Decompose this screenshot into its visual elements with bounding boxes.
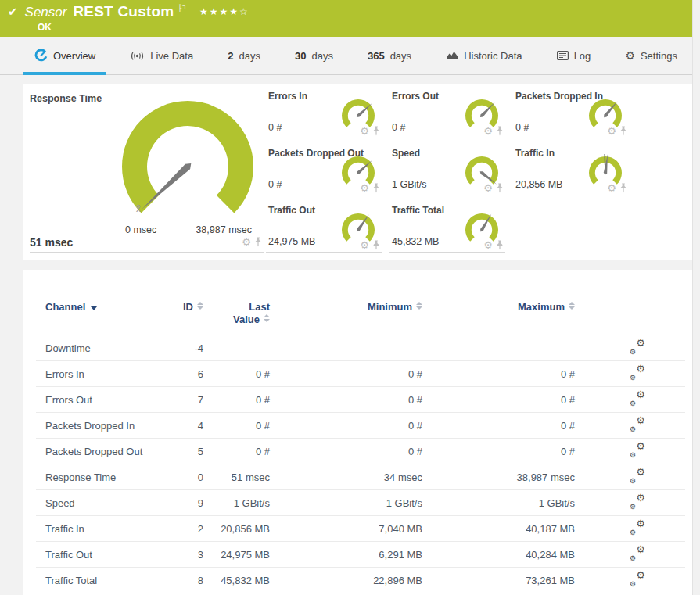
cell-last-value: 0 # [203, 446, 270, 457]
gauge-packets-dropped-out[interactable]: Packets Dropped Out 0 # ⚙ [266, 142, 382, 195]
cell-channel: Speed [23, 497, 168, 509]
gauge-settings-icon[interactable]: ⚙ [607, 183, 616, 193]
table-row[interactable]: Speed 9 1 GBit/s 1 GBit/s 1 GBit/s ⚙⚙ [23, 490, 693, 516]
gauge-current-value: 1 GBit/s [392, 179, 426, 190]
column-header-id[interactable]: ID [168, 301, 203, 326]
cell-last-value: 45,832 MB [203, 575, 270, 586]
cell-id: -4 [168, 342, 203, 354]
channel-settings-icon[interactable]: ⚙⚙ [630, 341, 645, 354]
tab-historic-data[interactable]: Historic Data [435, 37, 533, 74]
sensor-title: REST Custom [73, 3, 174, 20]
cell-maximum: 0 # [422, 368, 575, 380]
pin-icon[interactable] [496, 183, 504, 193]
cell-minimum: 0 # [270, 420, 422, 432]
cell-maximum: 0 # [422, 446, 575, 457]
cell-channel: Response Time [23, 471, 168, 483]
cell-minimum: 6,291 MB [270, 549, 422, 561]
cell-channel: Errors In [23, 368, 168, 380]
gauge-settings-icon[interactable]: ⚙ [242, 237, 251, 247]
channel-settings-icon[interactable]: ⚙⚙ [630, 470, 645, 483]
pin-icon[interactable] [496, 126, 504, 136]
cell-id: 9 [168, 497, 203, 509]
gauge-icon [34, 49, 48, 62]
cell-id: 2 [168, 523, 203, 535]
gauge-settings-icon[interactable]: ⚙ [360, 183, 369, 193]
channel-settings-icon[interactable]: ⚙⚙ [630, 444, 645, 457]
table-row[interactable]: Packets Dropped In 4 0 # 0 # 0 # ⚙⚙ [23, 413, 693, 439]
tab-30-days[interactable]: 30 days [284, 37, 344, 74]
gauge-current-value: 0 # [392, 122, 405, 133]
gauge-settings-icon[interactable]: ⚙ [360, 126, 369, 136]
pin-icon[interactable] [619, 183, 627, 193]
tab-overview[interactable]: Overview [23, 37, 106, 74]
channel-settings-icon[interactable]: ⚙⚙ [630, 522, 645, 535]
table-row[interactable]: Traffic Out 3 24,975 MB 6,291 MB 40,284 … [23, 542, 693, 568]
table-row[interactable]: Traffic Total 8 45,832 MB 22,896 MB 73,2… [23, 568, 693, 593]
vertical-scrollbar[interactable] [692, 0, 700, 595]
column-header-channel[interactable]: Channel [23, 301, 168, 326]
gauge-settings-icon[interactable]: ⚙ [360, 240, 369, 250]
table-row[interactable]: Traffic In 2 20,856 MB 7,040 MB 40,187 M… [23, 516, 693, 542]
gauge-title: Response Time [30, 93, 102, 104]
table-row[interactable]: Packets Dropped Out 5 0 # 0 # 0 # ⚙⚙ [23, 439, 693, 464]
gauge-packets-dropped-in[interactable]: Packets Dropped In 0 # ⚙ [513, 84, 629, 138]
pin-icon[interactable] [372, 240, 380, 250]
cell-id: 7 [168, 394, 203, 406]
gauge-speed[interactable]: Speed 1 GBit/s ⚙ [389, 142, 505, 195]
cell-last-value: 0 # [203, 394, 270, 406]
pin-icon[interactable] [496, 240, 504, 250]
object-type-label: Sensor [25, 5, 67, 20]
channel-settings-icon[interactable]: ⚙⚙ [630, 418, 645, 432]
average-marker: x̄ [136, 203, 141, 214]
channel-settings-icon[interactable]: ⚙⚙ [630, 496, 645, 509]
tab-bar: Overview Live Data 2 days 30 days 365 da… [0, 37, 693, 75]
pin-icon[interactable] [372, 126, 380, 136]
channel-settings-icon[interactable]: ⚙⚙ [630, 547, 645, 561]
tab-live-data[interactable]: Live Data [119, 37, 204, 74]
pin-icon[interactable] [372, 183, 380, 193]
table-row[interactable]: Downtime -4 ⚙⚙ [23, 335, 693, 361]
table-row[interactable]: Response Time 0 51 msec 34 msec 38,987 m… [23, 464, 693, 490]
gauge-errors-out[interactable]: Errors Out 0 # ⚙ [389, 84, 505, 138]
gauge-traffic-in[interactable]: Traffic In 20,856 MB ⚙ [513, 142, 629, 195]
tab-settings[interactable]: ⚙ Settings [614, 37, 688, 74]
tab-2-days[interactable]: 2 days [217, 37, 271, 74]
table-row[interactable]: Errors Out 7 0 # 0 # 0 # ⚙⚙ [23, 387, 693, 413]
cell-maximum: 0 # [422, 420, 575, 432]
channel-settings-icon[interactable]: ⚙⚙ [630, 367, 645, 380]
gauge-settings-icon[interactable]: ⚙ [483, 126, 493, 136]
pin-icon[interactable] [254, 237, 262, 247]
gauge-current-value: 0 # [515, 122, 529, 133]
cell-last-value: 0 # [203, 368, 270, 380]
cell-maximum: 38,987 msec [422, 471, 575, 483]
table-row[interactable]: Errors In 6 0 # 0 # 0 # ⚙⚙ [23, 361, 693, 387]
flag-icon[interactable]: ⚐ [178, 2, 187, 14]
pin-icon[interactable] [619, 126, 627, 136]
gauge-response-time[interactable]: Response Time x̄ 0 msec 38,987 msec 51 m… [30, 87, 264, 253]
cell-last-value: 24,975 MB [203, 549, 270, 561]
cell-minimum: 34 msec [270, 471, 422, 483]
cell-channel: Errors Out [23, 394, 168, 406]
cell-id: 0 [168, 471, 203, 483]
sort-icon [197, 302, 203, 310]
gauge-traffic-total[interactable]: Traffic Total 45,832 MB ⚙ [389, 199, 505, 253]
tab-log[interactable]: Log [546, 37, 602, 74]
channel-settings-icon[interactable]: ⚙⚙ [630, 573, 645, 586]
column-header-maximum[interactable]: Maximum [422, 301, 575, 326]
gauges-panel: Response Time x̄ 0 msec 38,987 msec 51 m… [23, 84, 693, 260]
sort-desc-icon [91, 306, 97, 310]
gauge-settings-icon[interactable]: ⚙ [483, 240, 493, 250]
channel-settings-icon[interactable]: ⚙⚙ [630, 392, 645, 406]
channel-table: Channel ID Last Value Minimum Maximum Do… [23, 270, 693, 595]
column-header-last-value[interactable]: Last Value [203, 301, 270, 326]
gauge-traffic-out[interactable]: Traffic Out 24,975 MB ⚙ [266, 199, 382, 253]
column-header-minimum[interactable]: Minimum [270, 301, 422, 326]
cell-id: 5 [168, 446, 203, 457]
tab-365-days[interactable]: 365 days [357, 37, 422, 74]
gauge-settings-icon[interactable]: ⚙ [607, 126, 616, 136]
priority-stars[interactable]: ★★★★☆ [199, 6, 249, 17]
gauge-errors-in[interactable]: Errors In 0 # ⚙ [266, 84, 382, 138]
gauge-title: Errors Out [392, 91, 439, 102]
gauge-settings-icon[interactable]: ⚙ [483, 183, 493, 193]
gauge-title: Speed [392, 148, 420, 159]
